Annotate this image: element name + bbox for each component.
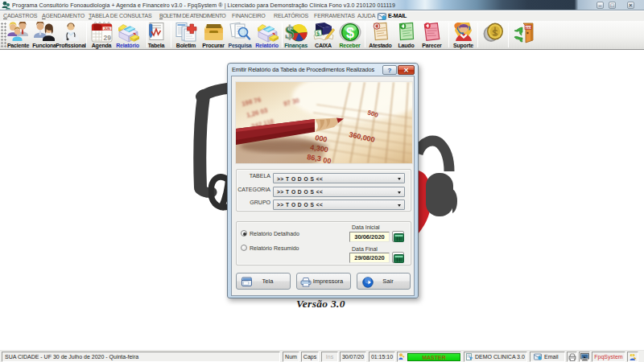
svg-text:29: 29	[103, 34, 111, 42]
svg-text:00: 00	[323, 156, 332, 163]
svg-text:$: $	[346, 25, 354, 41]
svg-text:EXIT: EXIT	[525, 27, 532, 30]
svg-text:JUN: JUN	[104, 27, 110, 31]
svg-text:$: $	[285, 23, 295, 43]
